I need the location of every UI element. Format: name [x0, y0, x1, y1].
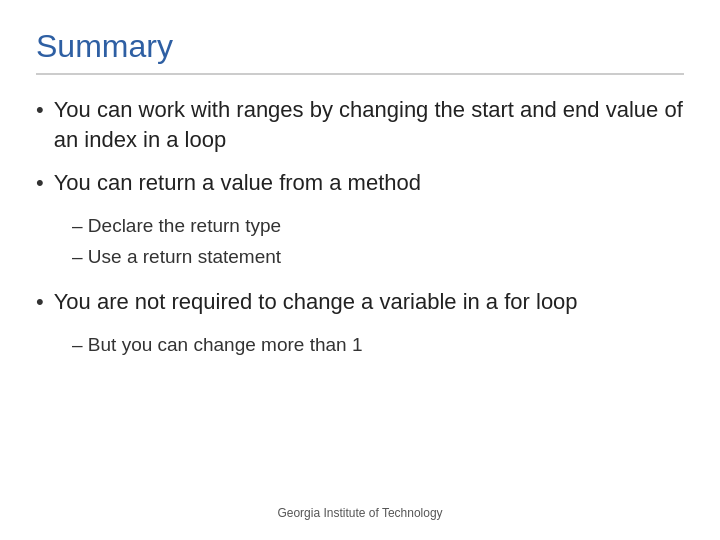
bullet-dot-3: • [36, 289, 44, 315]
bullet-item-2: • You can return a value from a method [36, 168, 684, 198]
sub-bullet-item-2: – Use a return statement [72, 243, 684, 272]
bullet-text-1: You can work with ranges by changing the… [54, 95, 684, 154]
bullet-dot-2: • [36, 170, 44, 196]
slide-content: • You can work with ranges by changing t… [36, 95, 684, 496]
slide-footer: Georgia Institute of Technology [36, 496, 684, 520]
bullet-item-3: • You are not required to change a varia… [36, 287, 684, 317]
bullet-item-1: • You can work with ranges by changing t… [36, 95, 684, 154]
bullet-text-2: You can return a value from a method [54, 168, 421, 198]
slide-container: Summary • You can work with ranges by ch… [0, 0, 720, 540]
sub-bullet-group-1: – Declare the return type – Use a return… [72, 212, 684, 273]
slide-title: Summary [36, 28, 684, 75]
bullet-dot-1: • [36, 97, 44, 123]
sub-bullet-group-2: – But you can change more than 1 [72, 331, 684, 362]
sub-bullet-item-1: – Declare the return type [72, 212, 684, 241]
bullet-text-3: You are not required to change a variabl… [54, 287, 578, 317]
sub-bullet-item-3: – But you can change more than 1 [72, 331, 684, 360]
